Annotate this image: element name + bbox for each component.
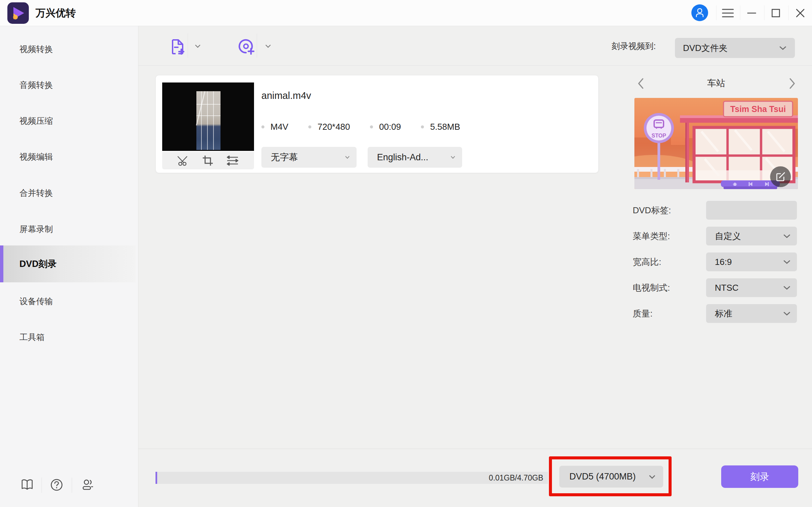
bottom-divider (138, 449, 812, 449)
disc-usage-fill (155, 472, 157, 484)
sidebar: 视频转换 音频转换 视频压缩 视频编辑 合并转换 屏幕录制 DVD刻录 设备传输… (0, 26, 138, 507)
sign-text: Tsim Sha Tsui (730, 104, 786, 114)
meta-bullet (308, 125, 311, 128)
sidebar-item-video-edit[interactable]: 视频编辑 (0, 148, 138, 165)
tv-standard-field-label: 电视制式: (633, 278, 705, 297)
video-thumbnail[interactable] (162, 82, 254, 151)
video-frame (196, 91, 221, 150)
titlebar-separator (764, 5, 764, 20)
chevron-right-icon (789, 78, 796, 89)
add-disc-icon (237, 38, 255, 56)
aspect-ratio-value: 16:9 (715, 257, 732, 267)
audio-track-dropdown[interactable]: English-Ad... (368, 147, 462, 168)
sidebar-item-device-transfer[interactable]: 设备传输 (0, 292, 138, 310)
crop-button[interactable] (202, 155, 213, 166)
chevron-down-icon (783, 260, 791, 264)
sidebar-item-audio-convert[interactable]: 音频转换 (0, 76, 138, 94)
chevron-down-icon (345, 156, 350, 159)
burn-to-value: DVD文件夹 (683, 42, 728, 54)
user-icon (695, 8, 705, 18)
adjust-sliders-icon (227, 155, 239, 166)
scissors-icon (178, 155, 189, 166)
users-icon (81, 479, 94, 491)
file-format: M4V (270, 122, 288, 132)
titlebar-separator (716, 5, 716, 20)
close-button[interactable] (791, 0, 810, 26)
dvd-label-field-label: DVD标签: (633, 201, 705, 220)
tv-standard-dropdown[interactable]: NTSC (706, 278, 797, 297)
chevron-down-icon (783, 285, 791, 290)
template-prev-button[interactable] (635, 77, 646, 90)
add-file-icon (170, 38, 185, 55)
account-avatar[interactable] (691, 4, 708, 21)
template-title: 车站 (634, 74, 798, 92)
app-title: 万兴优转 (36, 0, 76, 26)
burn-button[interactable]: 刻录 (721, 465, 798, 488)
sidebar-item-dvd-burn[interactable]: DVD刻录 (0, 245, 136, 282)
effects-button[interactable] (227, 155, 239, 166)
disc-type-dropdown[interactable]: DVD5 (4700MB) (559, 466, 663, 488)
chevron-down-icon (450, 156, 455, 159)
tv-standard-value: NTSC (715, 283, 739, 293)
footer-separator (42, 477, 42, 493)
aspect-ratio-dropdown[interactable]: 16:9 (706, 252, 797, 271)
maximize-icon (771, 8, 780, 18)
chevron-down-icon (783, 311, 791, 316)
file-resolution: 720*480 (317, 122, 350, 132)
question-icon (50, 478, 63, 491)
file-duration: 00:09 (379, 122, 401, 132)
close-icon (796, 8, 805, 18)
quality-value: 标准 (715, 308, 732, 320)
sidebar-item-video-convert[interactable]: 视频转换 (0, 40, 138, 58)
burn-to-dropdown[interactable]: DVD文件夹 (675, 38, 795, 58)
add-file-dropdown-button[interactable] (195, 44, 201, 48)
meta-bullet (370, 125, 373, 128)
menu-button[interactable] (719, 0, 737, 26)
chevron-left-icon (637, 78, 644, 89)
audio-track-value: English-Ad... (377, 152, 428, 163)
edit-icon (775, 171, 786, 182)
file-name: animal.m4v (261, 90, 311, 101)
quality-field-label: 质量: (633, 304, 705, 323)
clip-tools (162, 152, 254, 169)
add-disc-dropdown-button[interactable] (265, 44, 271, 48)
minimize-icon (747, 8, 756, 18)
minimize-button[interactable] (742, 0, 761, 26)
aspect-ratio-field-label: 宽高比: (633, 252, 705, 271)
chevron-down-icon (648, 474, 656, 479)
guide-button[interactable] (21, 479, 34, 491)
meta-bullet (261, 125, 264, 128)
quality-dropdown[interactable]: 标准 (706, 304, 797, 323)
sidebar-item-merge-convert[interactable]: 合并转换 (0, 184, 138, 202)
media-item-card: animal.m4v M4V 720*480 00:09 5.58MB 无字幕 … (155, 75, 599, 173)
disc-usage-text: 0.01GB/4.70GB (489, 473, 543, 483)
menu-type-dropdown[interactable]: 自定义 (706, 227, 797, 245)
title-bar: 万兴优转 (0, 0, 812, 26)
sidebar-item-label: DVD刻录 (19, 259, 57, 269)
file-size: 5.58MB (430, 122, 460, 132)
toolbar-separator (188, 34, 188, 58)
sidebar-item-screen-record[interactable]: 屏幕录制 (0, 220, 138, 238)
chevron-down-icon (779, 46, 787, 50)
template-next-button[interactable] (787, 77, 798, 90)
active-accent-bar (0, 245, 3, 282)
sidebar-item-video-compress[interactable]: 视频压缩 (0, 112, 138, 129)
add-file-button[interactable] (170, 38, 185, 55)
trim-button[interactable] (178, 155, 189, 166)
maximize-button[interactable] (766, 0, 785, 26)
toolbar-separator (257, 34, 257, 58)
menu-type-value: 自定义 (715, 230, 741, 242)
edit-template-button[interactable] (770, 166, 791, 187)
sidebar-item-toolbox[interactable]: 工具箱 (0, 328, 138, 346)
disc-type-value: DVD5 (4700MB) (569, 471, 636, 482)
subtitle-dropdown[interactable]: 无字幕 (261, 147, 357, 168)
dvd-label-input[interactable] (715, 201, 791, 220)
add-disc-button[interactable] (237, 38, 255, 56)
crop-icon (202, 155, 213, 166)
stop-text: STOP (651, 133, 666, 138)
titlebar-separator (740, 5, 740, 20)
dvd-label-input-box (706, 201, 797, 220)
main-toolbar: 刻录视频到: DVD文件夹 (138, 26, 812, 66)
community-button[interactable] (81, 479, 94, 491)
help-button[interactable] (50, 478, 63, 491)
